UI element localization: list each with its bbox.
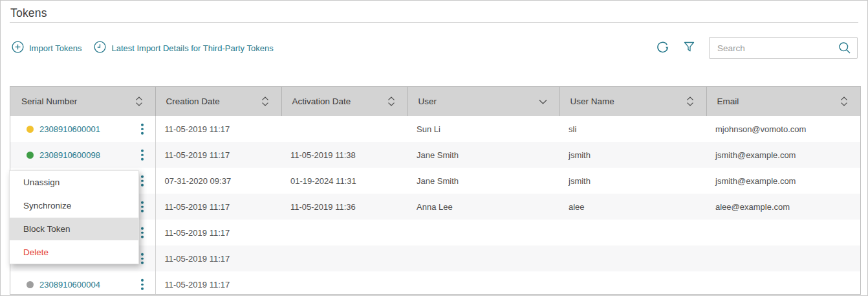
import-tokens-label: Import Tokens [29, 43, 81, 53]
status-dot [27, 126, 34, 133]
column-header-user[interactable]: User [407, 87, 559, 116]
serial-number-link[interactable]: 2308910600001 [39, 124, 100, 134]
column-header-email[interactable]: Email [706, 87, 860, 116]
serial-number-link[interactable]: 2308910600004 [39, 280, 100, 290]
creation-date-cell: 11-05-2019 11:17 [155, 116, 281, 142]
table-header-row: Serial Number Creation Date Activation D… [10, 87, 860, 116]
row-menu-kebab-icon[interactable] [138, 200, 146, 214]
clock-icon [94, 41, 106, 55]
row-context-menu: Unassign Synchronize Block Token Delete [9, 170, 139, 264]
activation-date-cell: 11-05-2019 11:36 [281, 194, 407, 220]
user-cell [407, 271, 559, 295]
user-cell: Jane Smith [407, 168, 559, 194]
email-cell: mjohnson@vomoto.com [706, 116, 860, 142]
refresh-icon [656, 40, 669, 56]
latest-import-details-button[interactable]: Latest Import Details for Third-Party To… [94, 41, 273, 55]
toolbar-left: Import Tokens Latest Import Details for … [12, 41, 274, 55]
email-cell [706, 220, 860, 245]
creation-date-cell: 11-05-2019 11:17 [155, 271, 281, 295]
filter-icon [683, 41, 695, 56]
menu-item-synchronize[interactable]: Synchronize [10, 194, 138, 218]
table-row[interactable]: 2308910600001 11-05-2019 11:17 Sun Li sl… [10, 116, 860, 142]
column-label: User Name [570, 97, 614, 106]
user-cell: Sun Li [407, 116, 559, 142]
sort-icon [387, 96, 396, 107]
filter-button[interactable] [683, 41, 695, 56]
table-row[interactable]: 2308910600098 11-05-2019 11:17 11-05-201… [10, 142, 860, 168]
column-label: Creation Date [166, 97, 220, 106]
user-name-cell: jsmith [559, 168, 706, 194]
email-cell: jsmith@example.com [706, 142, 860, 168]
activation-date-cell [281, 116, 407, 142]
search-box [709, 37, 858, 59]
email-cell: jsmith@example.com [706, 168, 860, 194]
user-cell [407, 220, 559, 245]
chevron-down-icon [538, 98, 548, 105]
row-menu-kebab-icon[interactable] [138, 174, 146, 188]
serial-number-link[interactable]: 2308910600098 [39, 150, 100, 160]
user-cell: Jane Smith [407, 142, 559, 168]
activation-date-cell: 01-19-2024 11:31 [281, 168, 407, 194]
column-header-serial-number[interactable]: Serial Number [10, 87, 155, 116]
page-title: Tokens [10, 6, 47, 20]
user-name-cell: sli [559, 116, 706, 142]
sort-icon [686, 96, 695, 107]
row-menu-kebab-icon[interactable] [138, 252, 146, 266]
sort-icon [135, 96, 144, 107]
refresh-button[interactable] [656, 40, 669, 56]
toolbar-right [656, 37, 858, 59]
user-name-cell [559, 220, 706, 245]
import-tokens-button[interactable]: Import Tokens [12, 41, 81, 55]
status-dot [27, 281, 34, 288]
status-dot [27, 152, 34, 159]
email-cell: alee@example.com [706, 194, 860, 220]
creation-date-cell: 11-05-2019 11:17 [155, 194, 281, 220]
title-divider [10, 22, 858, 23]
creation-date-cell: 11-05-2019 11:17 [155, 220, 281, 245]
column-header-activation-date[interactable]: Activation Date [281, 87, 407, 116]
search-icon [838, 41, 851, 54]
activation-date-cell: 11-05-2019 11:38 [281, 142, 407, 168]
latest-import-details-label: Latest Import Details for Third-Party To… [111, 43, 273, 53]
activation-date-cell [281, 271, 407, 295]
email-cell [706, 271, 860, 295]
menu-item-delete[interactable]: Delete [10, 240, 138, 264]
user-name-cell [559, 245, 706, 271]
column-header-user-name[interactable]: User Name [559, 87, 706, 116]
row-menu-kebab-icon[interactable] [138, 278, 146, 291]
column-label: User [418, 97, 437, 106]
activation-date-cell [281, 220, 407, 245]
creation-date-cell: 07-31-2020 09:37 [155, 168, 281, 194]
sort-icon [261, 96, 270, 107]
email-cell [706, 245, 860, 271]
activation-date-cell [281, 245, 407, 271]
table-row[interactable]: 2308910600004 11-05-2019 11:17 [10, 271, 860, 295]
column-header-creation-date[interactable]: Creation Date [155, 87, 281, 116]
creation-date-cell: 11-05-2019 11:17 [155, 142, 281, 168]
user-cell [407, 245, 559, 271]
column-label: Serial Number [21, 97, 77, 106]
tokens-page: Tokens Import Tokens Latest Import Detai… [0, 0, 868, 296]
plus-circle-icon [12, 41, 24, 55]
column-label: Email [717, 97, 739, 106]
row-menu-kebab-icon[interactable] [138, 226, 146, 240]
user-cell: Anna Lee [407, 194, 559, 220]
search-input[interactable] [709, 37, 858, 59]
row-menu-kebab-icon[interactable] [138, 122, 146, 136]
creation-date-cell: 11-05-2019 11:17 [155, 245, 281, 271]
menu-item-block-token[interactable]: Block Token [10, 218, 138, 241]
menu-item-unassign[interactable]: Unassign [10, 171, 138, 194]
user-name-cell: alee [559, 194, 706, 220]
user-name-cell [559, 271, 706, 295]
row-menu-kebab-icon[interactable] [138, 148, 146, 162]
sort-icon [840, 96, 849, 107]
column-label: Activation Date [292, 97, 351, 106]
user-name-cell: jsmith [559, 142, 706, 168]
